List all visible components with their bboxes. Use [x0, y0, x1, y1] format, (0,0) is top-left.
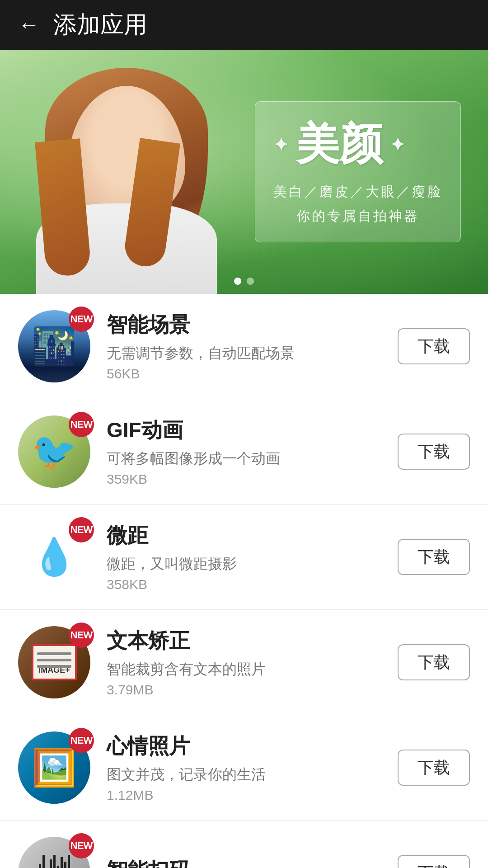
app-desc-mood-photo: 图文并茂，记录你的生活: [107, 765, 398, 785]
barcode-line: [57, 866, 59, 868]
barcode-line: [64, 862, 66, 868]
app-item-smart-scan: NEW 智能扫码 下载: [0, 821, 488, 868]
app-size-smart-scene: 56KB: [107, 366, 398, 382]
app-size-text-correct: 3.79MB: [107, 682, 398, 698]
app-icon-wrap-smart-scene: NEW: [18, 310, 90, 382]
app-name-text-correct: 文本矫正: [107, 627, 398, 655]
barcode-line: [61, 857, 63, 868]
sparkle-right: ✦: [390, 134, 405, 155]
download-button-gif[interactable]: 下载: [398, 434, 470, 470]
app-info-gif: GIF动画 可将多幅图像形成一个动画 359KB: [107, 416, 398, 487]
app-icon-wrap-gif: NEW: [18, 415, 90, 488]
header: ← 添加应用: [0, 0, 488, 50]
app-item-text-correct: NEW IMAGE+ 文本矫正 智能裁剪含有文本的照片 3.79MB 下载: [0, 610, 488, 715]
banner: ✦ 美颜 ✦ 美白／磨皮／大眼／瘦脸 你的专属自拍神器: [0, 50, 488, 294]
app-name-smart-scan: 智能扫码: [107, 857, 398, 868]
new-badge-gif: NEW: [69, 412, 94, 437]
dot-2[interactable]: [247, 278, 254, 285]
app-icon-wrap-smart-scan: NEW: [18, 837, 90, 868]
app-desc-micro: 微距，又叫微距摄影: [107, 554, 398, 574]
new-badge-mood-photo: NEW: [69, 728, 94, 753]
app-info-micro: 微距 微距，又叫微距摄影 358KB: [107, 522, 398, 592]
image-plus-label: IMAGE+: [38, 665, 70, 675]
download-button-smart-scene[interactable]: 下载: [398, 328, 470, 364]
barcode-line: [53, 855, 56, 868]
download-button-text-correct[interactable]: 下载: [398, 644, 470, 680]
app-item-gif: NEW GIF动画 可将多幅图像形成一个动画 359KB 下载: [0, 399, 488, 505]
app-icon-wrap-micro: NEW: [18, 521, 90, 593]
banner-text-box: ✦ 美颜 ✦ 美白／磨皮／大眼／瘦脸 你的专属自拍神器: [255, 101, 461, 242]
app-item-mood-photo: NEW 心情照片 图文并茂，记录你的生活 1.12MB 下载: [0, 715, 488, 821]
barcode-icon: [39, 855, 70, 868]
barcode-line: [50, 859, 52, 868]
new-badge-smart-scene: NEW: [69, 307, 94, 332]
new-badge-micro: NEW: [69, 517, 94, 542]
sparkle-left: ✦: [273, 134, 289, 155]
barcode-line: [39, 864, 41, 868]
barcode-line: [68, 855, 70, 868]
back-button[interactable]: ←: [18, 14, 40, 36]
app-desc-smart-scene: 无需调节参数，自动匹配场景: [107, 344, 398, 363]
text-correct-inner-icon: IMAGE+: [32, 644, 77, 680]
dot-1[interactable]: [234, 278, 241, 285]
app-name-mood-photo: 心情照片: [107, 732, 398, 760]
app-size-micro: 358KB: [107, 577, 398, 592]
app-desc-gif: 可将多幅图像形成一个动画: [107, 449, 398, 469]
app-icon-wrap-mood-photo: NEW: [18, 731, 90, 804]
banner-subtitle: 美白／磨皮／大眼／瘦脸 你的专属自拍神器: [273, 179, 442, 228]
app-info-text-correct: 文本矫正 智能裁剪含有文本的照片 3.79MB: [107, 627, 398, 698]
app-name-gif: GIF动画: [107, 416, 398, 444]
barcode-line: [42, 855, 45, 868]
app-info-smart-scene: 智能场景 无需调节参数，自动匹配场景 56KB: [107, 311, 398, 382]
download-button-smart-scan[interactable]: 下载: [398, 855, 470, 868]
app-name-micro: 微距: [107, 522, 398, 550]
app-item-micro: NEW 微距 微距，又叫微距摄影 358KB 下载: [0, 505, 488, 610]
new-badge-text-correct: NEW: [69, 623, 94, 648]
app-item-smart-scene: NEW 智能场景 无需调节参数，自动匹配场景 56KB 下载: [0, 294, 488, 399]
app-size-gif: 359KB: [107, 472, 398, 487]
app-info-mood-photo: 心情照片 图文并茂，记录你的生活 1.12MB: [107, 732, 398, 803]
banner-main-title: ✦ 美颜 ✦: [273, 115, 442, 174]
download-button-micro[interactable]: 下载: [398, 539, 470, 575]
app-name-smart-scene: 智能场景: [107, 311, 398, 339]
app-desc-text-correct: 智能裁剪含有文本的照片: [107, 660, 398, 679]
new-badge-smart-scan: NEW: [69, 833, 94, 859]
page-title: 添加应用: [53, 9, 147, 41]
app-icon-wrap-text-correct: NEW IMAGE+: [18, 626, 90, 698]
app-size-mood-photo: 1.12MB: [107, 788, 398, 803]
banner-dots: [234, 278, 254, 285]
app-list: NEW 智能场景 无需调节参数，自动匹配场景 56KB 下载 NEW GIF动画…: [0, 294, 488, 868]
download-button-mood-photo[interactable]: 下载: [398, 750, 470, 786]
app-info-smart-scan: 智能扫码: [107, 857, 398, 868]
banner-image: [0, 50, 253, 294]
